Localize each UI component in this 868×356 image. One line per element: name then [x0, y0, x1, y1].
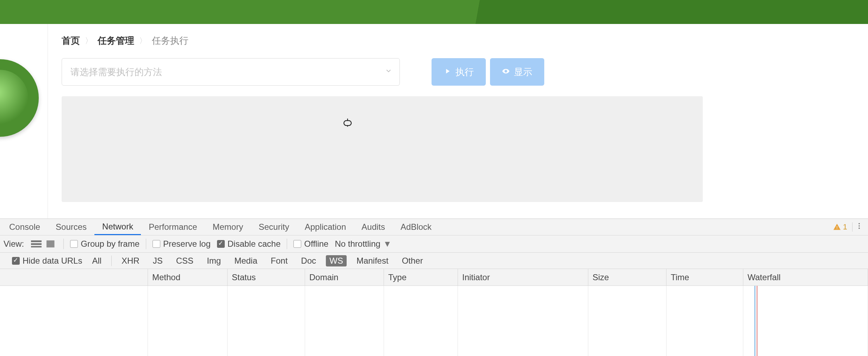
devtools-filterbar: Hide data URLs All XHR JS CSS Img Media …	[0, 253, 868, 269]
execute-button[interactable]: 执行	[432, 58, 486, 86]
sidebar-divider	[48, 24, 48, 219]
eye-icon	[502, 67, 510, 78]
breadcrumb-tasks[interactable]: 任务管理	[98, 35, 134, 47]
show-button[interactable]: 显示	[490, 58, 544, 86]
offline-label: Offline	[304, 239, 328, 249]
filter-all[interactable]: All	[88, 255, 105, 266]
group-by-frame-label: Group by frame	[81, 239, 140, 249]
tab-sources[interactable]: Sources	[48, 219, 94, 235]
app-header	[0, 0, 868, 24]
divider	[287, 239, 287, 249]
main-content: 首页 〉 任务管理 〉 任务执行 请选择需要执行的方法 执行	[0, 24, 868, 219]
more-icon[interactable]	[855, 222, 863, 232]
filter-xhr[interactable]: XHR	[118, 255, 143, 266]
chevron-right-icon: 〉	[85, 36, 93, 46]
preserve-log-label: Preserve log	[163, 239, 211, 249]
network-table-body	[0, 286, 868, 356]
filter-media[interactable]: Media	[231, 255, 261, 266]
view-mode-toggle[interactable]	[31, 240, 57, 247]
throttling-select[interactable]: No throttling ▼	[335, 239, 391, 249]
waterfall-marker	[743, 286, 868, 356]
filter-css[interactable]: CSS	[173, 255, 197, 266]
caret-down-icon: ▼	[383, 239, 392, 249]
tab-adblock[interactable]: AdBlock	[393, 219, 439, 235]
view-label: View:	[4, 239, 24, 249]
divider	[146, 239, 146, 249]
tab-memory[interactable]: Memory	[205, 219, 251, 235]
show-button-label: 显示	[514, 66, 532, 78]
devtools-toolbar: View: Group by frame Preserve log Disabl…	[0, 235, 868, 253]
filter-js[interactable]: JS	[149, 255, 166, 266]
tab-audits[interactable]: Audits	[354, 219, 393, 235]
filter-other[interactable]: Other	[398, 255, 427, 266]
action-buttons: 执行 显示	[432, 58, 544, 86]
col-domain[interactable]: Domain	[305, 269, 384, 286]
chevron-right-icon: 〉	[139, 36, 147, 46]
tab-network[interactable]: Network	[94, 219, 141, 235]
chevron-down-icon	[385, 67, 392, 77]
col-time[interactable]: Time	[666, 269, 743, 286]
method-select[interactable]: 请选择需要执行的方法	[62, 58, 400, 86]
play-icon	[444, 67, 451, 78]
tab-application[interactable]: Application	[297, 219, 354, 235]
avatar	[0, 59, 39, 137]
breadcrumb-current: 任务执行	[152, 35, 188, 47]
svg-point-2	[858, 228, 860, 229]
tab-security[interactable]: Security	[251, 219, 297, 235]
throttling-value: No throttling	[335, 239, 380, 249]
breadcrumb: 首页 〉 任务管理 〉 任务执行	[62, 35, 857, 47]
warnings-count: 1	[843, 222, 847, 232]
tab-performance[interactable]: Performance	[141, 219, 205, 235]
filter-font[interactable]: Font	[267, 255, 291, 266]
method-select-placeholder: 请选择需要执行的方法	[70, 66, 162, 78]
filter-doc[interactable]: Doc	[298, 255, 320, 266]
col-initiator[interactable]: Initiator	[458, 269, 588, 286]
preserve-log-checkbox[interactable]: Preserve log	[153, 239, 211, 249]
disable-cache-checkbox[interactable]: Disable cache	[217, 239, 281, 249]
network-table: Method Status Domain Type Initiator Size…	[0, 269, 868, 356]
hide-data-urls-checkbox[interactable]: Hide data URLs	[12, 256, 82, 266]
tab-console[interactable]: Console	[1, 219, 48, 235]
svg-point-0	[858, 223, 860, 225]
svg-point-1	[858, 225, 860, 227]
disable-cache-label: Disable cache	[228, 239, 281, 249]
col-method[interactable]: Method	[148, 269, 228, 286]
content-area: 首页 〉 任务管理 〉 任务执行 请选择需要执行的方法 执行	[62, 35, 857, 202]
col-name[interactable]	[0, 269, 148, 286]
result-panel	[62, 96, 703, 202]
divider	[111, 256, 112, 266]
filter-img[interactable]: Img	[203, 255, 224, 266]
controls-row: 请选择需要执行的方法 执行 显示	[62, 58, 857, 86]
devtools-panel: Console Sources Network Performance Memo…	[0, 219, 868, 356]
col-size[interactable]: Size	[588, 269, 666, 286]
network-table-header: Method Status Domain Type Initiator Size…	[0, 269, 868, 286]
offline-checkbox[interactable]: Offline	[293, 239, 328, 249]
devtools-tabs: Console Sources Network Performance Memo…	[0, 219, 868, 235]
execute-button-label: 执行	[455, 66, 474, 78]
large-view-icon	[46, 240, 57, 247]
group-by-frame-checkbox[interactable]: Group by frame	[70, 239, 140, 249]
col-status[interactable]: Status	[228, 269, 305, 286]
avatar-image	[0, 70, 28, 126]
col-waterfall[interactable]: Waterfall	[743, 269, 868, 286]
filter-ws[interactable]: WS	[326, 255, 347, 266]
hide-data-urls-label: Hide data URLs	[23, 256, 82, 266]
col-type[interactable]: Type	[384, 269, 458, 286]
list-view-icon	[31, 240, 42, 247]
breadcrumb-home[interactable]: 首页	[62, 35, 80, 47]
divider	[63, 239, 64, 249]
filter-manifest[interactable]: Manifest	[353, 255, 392, 266]
warnings-badge[interactable]: 1	[833, 222, 852, 232]
